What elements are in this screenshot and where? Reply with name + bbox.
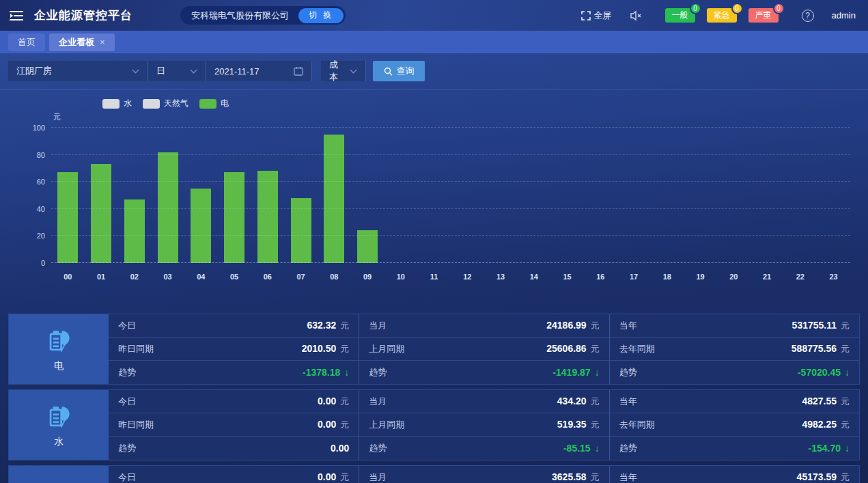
bar-电-06[interactable] (257, 171, 278, 263)
bar-slot-09 (351, 128, 384, 263)
bar-slot-12 (451, 128, 484, 263)
cell-value: 588775.56元 (792, 343, 850, 355)
tab-close-icon[interactable]: × (100, 37, 105, 47)
value-cell: 当年4827.55元 (609, 390, 859, 413)
cell-number: -154.70 (809, 443, 841, 454)
value-cell: 当年531755.11元 (609, 314, 859, 337)
chevron-down-icon (132, 66, 139, 73)
bar-电-00[interactable] (57, 172, 78, 263)
x-tick-label: 21 (751, 273, 784, 281)
cell-number: -85.15 (563, 443, 591, 454)
cell-value: -85.15↓ (563, 443, 600, 454)
app-header: 企业能源管控平台 安科瑞电气股份有限公司 切 换 全屏 一般0紧急0严重0 ? … (0, 0, 868, 31)
chart-legend: 水天然气电 (102, 98, 229, 109)
cell-value: 632.32元 (307, 320, 350, 332)
bar-slot-00 (51, 128, 85, 263)
cell-unit: 元 (591, 396, 600, 408)
x-tick-label: 10 (384, 273, 418, 281)
bar-电-03[interactable] (158, 152, 178, 263)
legend-item-天然气[interactable]: 天然气 (143, 98, 188, 109)
bar-slot-08 (318, 128, 351, 263)
bar-电-02[interactable] (124, 199, 145, 263)
energy-type-cell[interactable] (9, 466, 109, 483)
alarm-button-一般[interactable]: 一般0 (665, 8, 695, 23)
bar-slot-15 (550, 128, 584, 263)
x-tick-label: 03 (151, 273, 184, 281)
trend-down-icon: ↓ (344, 367, 349, 378)
site-select[interactable]: 江阴厂房 (8, 61, 148, 81)
value-cell: 今日0.00元 (109, 466, 359, 483)
metric-select[interactable]: 成本 (321, 61, 366, 81)
date-input[interactable]: 2021-11-17 (206, 61, 312, 81)
x-tick-label: 18 (651, 273, 684, 281)
fullscreen-button[interactable]: 全屏 (581, 10, 612, 22)
cell-unit: 元 (841, 343, 850, 355)
bar-slot-11 (417, 128, 451, 263)
mute-speaker-icon[interactable] (630, 10, 642, 21)
energy-type-cell[interactable]: 水 (9, 390, 109, 460)
help-icon[interactable]: ? (802, 10, 814, 22)
tab-首页[interactable]: 首页 (8, 33, 45, 51)
x-tick-label: 19 (684, 273, 717, 281)
x-tick-label: 05 (218, 273, 251, 281)
cell-number: -57020.45 (798, 367, 841, 378)
collapse-menu-icon[interactable] (10, 8, 25, 23)
legend-item-水[interactable]: 水 (102, 98, 132, 109)
chart-plot-area (51, 128, 850, 263)
bar-电-01[interactable] (91, 164, 111, 263)
user-menu[interactable]: admin (832, 10, 856, 20)
gridline (51, 208, 850, 209)
cell-value: -57020.45↓ (798, 367, 850, 378)
energy-type-cell[interactable]: 电 (9, 314, 109, 384)
legend-swatch (102, 99, 120, 109)
cell-value: 0.00元 (318, 471, 349, 483)
bar-电-05[interactable] (224, 172, 244, 263)
trend-down-icon: ↓ (845, 443, 850, 454)
value-cell: 当月24186.99元 (359, 314, 608, 337)
cell-label: 今日 (118, 320, 136, 332)
cell-unit: 元 (841, 419, 850, 431)
cell-value: 24186.99元 (546, 320, 599, 332)
bar-series (51, 128, 850, 263)
x-tick-label: 13 (484, 273, 518, 281)
cell-label: 趋势 (619, 366, 637, 378)
bar-slot-07 (284, 128, 318, 263)
x-tick-label: 02 (118, 273, 152, 281)
y-axis-unit-label: 元 (53, 112, 61, 122)
cell-unit: 元 (340, 471, 349, 483)
cell-label: 趋势 (118, 366, 136, 378)
alarm-button-严重[interactable]: 严重0 (748, 8, 779, 23)
cell-label: 昨日同期 (118, 343, 154, 355)
energy-type-name: 电 (54, 360, 64, 372)
alarm-badges: 一般0紧急0严重0 (665, 8, 779, 23)
x-tick-label: 04 (184, 273, 218, 281)
cell-value: 4827.55元 (802, 396, 850, 408)
cell-label: 去年同期 (619, 343, 655, 355)
cell-value: -1419.87↓ (552, 367, 599, 378)
cell-label: 趋势 (369, 366, 387, 378)
alarm-button-紧急[interactable]: 紧急0 (707, 8, 737, 23)
cell-label: 上月同期 (369, 343, 404, 355)
alarm-count-badge: 0 (773, 3, 785, 14)
cell-unit: 元 (591, 320, 600, 332)
tab-企业看板[interactable]: 企业看板× (49, 33, 115, 51)
cell-label: 昨日同期 (118, 419, 154, 431)
filter-bar: 江阴厂房 日 2021-11-17 成本 查询 (0, 53, 868, 89)
cell-value: 519.35元 (557, 419, 600, 431)
bar-slot-06 (251, 128, 285, 263)
legend-item-电[interactable]: 电 (199, 98, 229, 109)
chevron-down-icon (350, 66, 357, 73)
energy-type-icon (44, 326, 74, 356)
value-cell: 去年同期588775.56元 (609, 337, 859, 361)
tab-label: 企业看板 (59, 36, 94, 49)
cell-number: 588775.56 (792, 343, 837, 354)
bar-电-04[interactable] (191, 189, 211, 263)
period-select[interactable]: 日 (148, 61, 206, 81)
alarm-count-badge: 0 (731, 3, 743, 14)
cell-label: 当月 (369, 320, 387, 332)
query-button[interactable]: 查询 (373, 61, 425, 81)
cell-unit: 元 (340, 320, 349, 332)
switch-company-button[interactable]: 切 换 (298, 8, 344, 23)
value-cell: 今日632.32元 (109, 314, 359, 337)
cell-unit: 元 (591, 471, 600, 483)
